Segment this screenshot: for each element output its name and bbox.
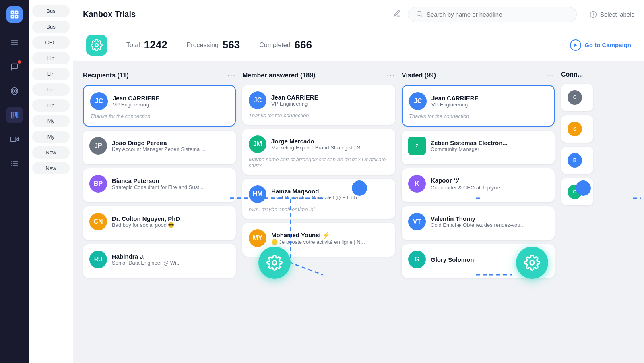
svg-point-26: [95, 44, 98, 47]
svg-rect-12: [16, 112, 18, 118]
card[interactable]: Z Zeben Sistemas Electrón... Community M…: [402, 131, 555, 164]
card-message: Thanks for the connection: [90, 113, 229, 119]
person-name: Mohamed Younsi ⚡: [271, 232, 365, 239]
col-header-connected: Conn...: [561, 71, 593, 78]
avatar: S: [568, 122, 582, 136]
card[interactable]: K Kapoor ツ Co-founder & CEO at Toplyne: [402, 168, 555, 202]
card[interactable]: CN Dr. Colton Nguyen, PhD Bad boy for so…: [83, 206, 236, 240]
person-info: Jorge Mercado Marketing Expert | Brand S…: [271, 138, 365, 151]
nav-menu-icon[interactable]: [6, 35, 23, 51]
label-item[interactable]: New: [32, 162, 70, 174]
card[interactable]: C: [561, 84, 593, 111]
avatar: G: [408, 251, 426, 268]
card[interactable]: BP Bianca Peterson Strategic Consultant …: [83, 168, 236, 202]
avatar: JC: [249, 91, 266, 109]
card[interactable]: S: [561, 115, 593, 143]
svg-rect-1: [15, 11, 18, 14]
nav-kanban-icon[interactable]: [6, 107, 23, 123]
person-headline: Lead Generation Specialist @ ETech ...: [271, 195, 363, 201]
card-message: Maybe some sort of arrangement can be ma…: [249, 156, 389, 168]
nav-video-icon[interactable]: [6, 131, 23, 147]
edit-icon[interactable]: [393, 9, 401, 19]
search-icon: [416, 10, 423, 19]
avatar: Z: [408, 137, 426, 155]
avatar: JP: [89, 137, 107, 155]
card[interactable]: JC Jean CARRIERE VP Engineering Thanks f…: [242, 85, 395, 125]
svg-rect-0: [11, 11, 14, 14]
person-headline: Marketing Expert | Brand Strategist | S.…: [271, 145, 365, 151]
card[interactable]: HM Hamza Maqsood Lead Generation Special…: [242, 179, 395, 219]
card[interactable]: RJ Rabindra J. Senior Data Engineer @ Wi…: [83, 244, 236, 278]
avatar: MY: [249, 229, 266, 247]
col-header-visited: Visited (99) ···: [402, 71, 555, 79]
label-item[interactable]: Lin: [32, 68, 70, 80]
kanban-board: Recipients (11) ··· JC Jean CARRIERE VP …: [73, 61, 644, 363]
svg-rect-11: [14, 112, 15, 116]
label-item[interactable]: My: [32, 131, 70, 143]
icon-sidebar: [0, 0, 29, 363]
person-name: Jean CARRIERE: [271, 94, 318, 101]
label-item[interactable]: Bus: [32, 5, 70, 17]
card[interactable]: B: [561, 147, 593, 174]
label-item[interactable]: CEO: [32, 36, 70, 49]
search-bar[interactable]: [408, 7, 577, 22]
person-headline: Cold Email ◆ Obtenez des rendez-vou...: [431, 222, 524, 228]
person-info: João Diogo Pereira Key Account Manager Z…: [112, 139, 206, 152]
stat-processing: Processing 563: [187, 39, 240, 51]
nav-list-icon[interactable]: [6, 156, 23, 172]
person-name: Bianca Peterson: [112, 177, 204, 184]
search-input[interactable]: [427, 11, 568, 18]
card-person: BP Bianca Peterson Strategic Consultant …: [89, 175, 229, 193]
card[interactable]: JC Jean CARRIERE VP Engineering Thanks f…: [83, 85, 236, 127]
svg-point-8: [12, 89, 17, 93]
svg-point-9: [14, 90, 15, 91]
label-item[interactable]: Lin: [32, 52, 70, 64]
label-item[interactable]: Lin: [32, 83, 70, 96]
label-item[interactable]: Bus: [32, 21, 70, 33]
avatar: RJ: [89, 251, 107, 268]
person-info: Jean CARRIERE VP Engineering: [431, 95, 479, 108]
person-info: Dr. Colton Nguyen, PhD Bad boy for socia…: [112, 215, 180, 228]
person-name: Dr. Colton Nguyen, PhD: [112, 215, 180, 222]
column-member-answered: Member answered (189) ··· JC Jean CARRIE…: [242, 71, 395, 363]
col-menu-recipients[interactable]: ···: [227, 71, 236, 79]
avatar: JC: [409, 92, 427, 110]
svg-marker-13: [16, 138, 18, 141]
label-item[interactable]: New: [32, 146, 70, 159]
gear-overlay-col3: [516, 247, 548, 279]
card-person: JC Jean CARRIERE VP Engineering: [90, 92, 229, 110]
svg-rect-10: [12, 112, 13, 118]
processing-value: 563: [223, 39, 240, 51]
card[interactable]: JP João Diogo Pereira Key Account Manage…: [83, 131, 236, 164]
label-item[interactable]: My: [32, 115, 70, 127]
card[interactable]: VT Valentin Thomy Cold Email ◆ Obtenez d…: [402, 206, 555, 240]
nav-target-icon[interactable]: [6, 83, 23, 99]
person-name: Rabindra J.: [112, 253, 181, 260]
blue-dot-1: [352, 180, 367, 196]
topbar: Kanbox Trials Select labels: [73, 0, 644, 29]
completed-value: 666: [295, 39, 312, 51]
person-info: Bianca Peterson Strategic Consultant for…: [112, 177, 204, 190]
svg-point-32: [530, 261, 534, 265]
go-campaign-label: Go to Campaign: [584, 41, 631, 48]
avatar: JM: [249, 135, 266, 153]
select-labels-button[interactable]: Select labels: [590, 11, 634, 18]
person-name: Jorge Mercado: [271, 138, 365, 145]
person-name: Jean CARRIERE: [431, 95, 479, 102]
col-menu-visited[interactable]: ···: [546, 71, 555, 79]
col-menu-member-answered[interactable]: ···: [387, 71, 395, 79]
person-headline: Co-founder & CEO at Toplyne: [431, 185, 500, 191]
col-header-recipients: Recipients (11) ···: [83, 71, 236, 79]
total-value: 1242: [144, 39, 167, 51]
svg-marker-27: [574, 43, 577, 47]
person-name: Hamza Maqsood: [271, 188, 363, 195]
nav-chat-icon[interactable]: [6, 59, 23, 75]
card[interactable]: JC Jean CARRIERE VP Engineering Thanks f…: [402, 85, 555, 127]
app-logo[interactable]: [6, 6, 23, 23]
col-header-member-answered: Member answered (189) ···: [242, 71, 395, 79]
card[interactable]: JM Jorge Mercado Marketing Expert | Bran…: [242, 129, 395, 175]
label-item[interactable]: Lin: [32, 99, 70, 112]
play-icon: [570, 39, 581, 51]
go-campaign-button[interactable]: Go to Campaign: [570, 39, 631, 51]
processing-label: Processing: [187, 41, 219, 49]
